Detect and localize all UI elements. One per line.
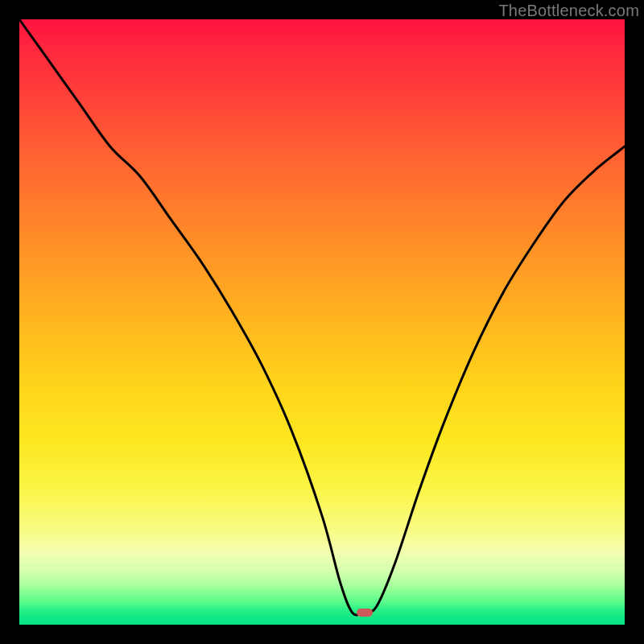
curve-path bbox=[19, 19, 625, 615]
plot-area bbox=[19, 19, 625, 625]
optimum-marker bbox=[357, 609, 373, 617]
chart-frame: TheBottleneck.com bbox=[0, 0, 644, 644]
bottleneck-curve bbox=[19, 19, 625, 625]
watermark-text: TheBottleneck.com bbox=[498, 2, 639, 20]
